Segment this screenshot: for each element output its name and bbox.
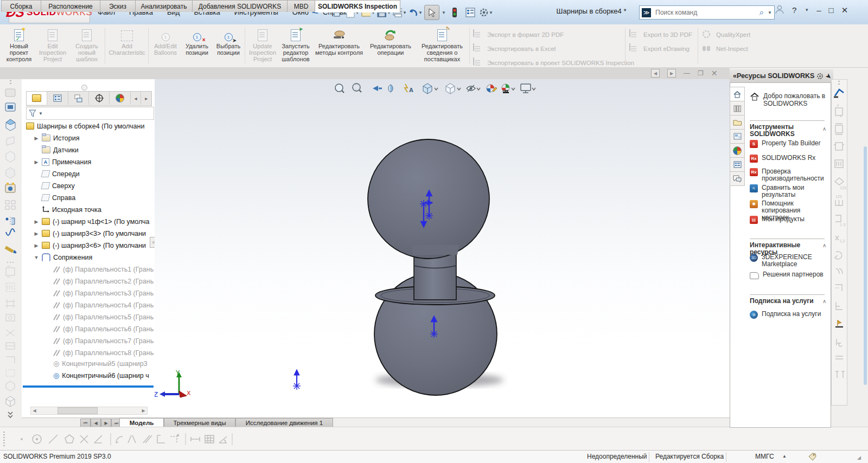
tree-item-part-3[interactable]: ▶(-) шарнир3<6> (По умолчани — [34, 240, 154, 251]
tree-item-mate-parallel1[interactable]: (ф) Параллельность1 (Грань — [53, 263, 154, 275]
tab-featuremanager[interactable] — [27, 92, 47, 105]
dim-box-icon-9[interactable] — [6, 381, 15, 391]
tab-mbd[interactable]: MBD — [287, 0, 315, 12]
user-account-icon[interactable] — [775, 4, 784, 16]
viewport-restore-icon[interactable]: ❐ — [698, 69, 704, 77]
task-pane-gear-icon[interactable] — [816, 73, 824, 80]
tab-sketch[interactable]: Эскиз — [100, 0, 136, 12]
section-collapse-icon[interactable]: ∧ — [822, 126, 826, 132]
minimize-button[interactable]: – — [816, 5, 821, 15]
tab-design-library-icon[interactable] — [730, 101, 745, 115]
tab-appearances-icon[interactable] — [730, 144, 745, 158]
apply-scene-icon[interactable] — [502, 84, 509, 93]
tabs-scroll-right-icon[interactable]: ▸ — [141, 92, 151, 105]
tree-item-top-plane[interactable]: Сверху — [34, 180, 154, 191]
edit-vendor-info-button[interactable]: ✎ Редактировать сведения о поставщиках — [416, 27, 468, 66]
options-list-icon[interactable] — [463, 5, 477, 20]
section-view-icon[interactable] — [388, 85, 393, 92]
delete-balloons-button[interactable]: 1× Удалить позиции — [182, 27, 212, 66]
select-balloons-button[interactable]: 1➤ Выбрать позиции — [213, 27, 244, 66]
left-toolbar[interactable] — [0, 79, 22, 427]
tree-item-mate-parallel7[interactable]: (ф) Параллельность7 (Грань — [53, 335, 154, 346]
tree-item-front-plane[interactable]: Спереди — [34, 168, 154, 179]
tab-forum-icon[interactable] — [730, 172, 745, 186]
shaded-tool-icon[interactable] — [6, 168, 15, 178]
tab-configurationmanager[interactable] — [68, 92, 89, 105]
apply-scene-caret[interactable] — [512, 88, 515, 90]
dimension-toolbar-icons[interactable]: 123 123 1·3 1,2 — [832, 86, 846, 405]
panel-collapse-handle[interactable] — [81, 85, 87, 91]
collapse-chevrons-icon[interactable] — [8, 412, 12, 417]
tab-propertymanager[interactable] — [47, 92, 68, 105]
welcome-item[interactable]: Добро пожаловать в SOLIDWORKS — [750, 92, 828, 107]
pane-right-icon[interactable]: ▶ — [667, 69, 676, 78]
tab-evaluate[interactable]: Анализировать — [135, 0, 193, 12]
template-editor-button[interactable]: ➤ Запустить редактор шаблонов — [279, 27, 312, 66]
dimension-toolbar[interactable]: 123 123 1·3 1,2 — [831, 79, 847, 406]
view-orientation-icon[interactable] — [423, 83, 432, 94]
help-caret[interactable]: ▼ — [805, 8, 809, 12]
help-icon[interactable]: ? — [792, 5, 796, 15]
tree-item-annotations[interactable]: ▶AПримечания — [34, 156, 154, 168]
smart-dimension-icon[interactable] — [834, 89, 844, 97]
maximize-button[interactable]: □ — [829, 5, 834, 15]
tree-item-mate-concentric5[interactable]: ◎Концентричный5 (шарнир3 — [53, 358, 154, 369]
edit-inspection-methods-button[interactable]: Редактировать методы контроля — [313, 27, 365, 66]
tab-assembly[interactable]: Сборка — [1, 0, 41, 12]
zoom-fit-icon[interactable] — [335, 84, 344, 93]
item-solidworks-rx[interactable]: RxSOLIDWORKS Rx — [750, 155, 828, 163]
viewport-close-icon[interactable]: ✕ — [711, 69, 718, 78]
select-tool-icon[interactable] — [424, 5, 439, 20]
previous-view-icon[interactable] — [373, 86, 382, 91]
dim-box-icon-5[interactable] — [6, 330, 15, 336]
tree-item-part-2[interactable]: ▶(-) шарнир3<3> (По умолчани — [34, 228, 154, 239]
tab-solidworks-inspection[interactable]: SOLIDWORKS Inspection — [315, 0, 400, 12]
hide-show-caret[interactable] — [477, 88, 480, 90]
dim-box-icon-6[interactable] — [6, 343, 15, 349]
tab-dimxpertmanager[interactable] — [89, 92, 110, 105]
tree-item-mate-parallel5[interactable]: (ф) Параллельность5 (Грань — [53, 311, 154, 323]
status-units[interactable]: ММГС — [755, 453, 774, 460]
hidden-tool-icon[interactable] — [5, 89, 15, 97]
tree-item-right-plane[interactable]: Справа — [34, 192, 154, 203]
close-button[interactable]: ✕ — [841, 5, 848, 15]
tab-view-palette-icon[interactable] — [730, 130, 745, 144]
tab-custom-properties-icon[interactable] — [730, 158, 745, 172]
tree-item-sensors[interactable]: Датчики — [34, 144, 154, 156]
left-toolbar-icons[interactable] — [1, 87, 22, 423]
item-my-products[interactable]: ▤Мои продукты — [750, 216, 828, 224]
tree-horizontal-scrollbar[interactable]: ◀ ▶ — [30, 407, 148, 415]
tree-item-mate-parallel4[interactable]: (ф) Параллельность4 (Грань — [53, 299, 154, 311]
scroll-left-icon[interactable]: ◀ — [31, 408, 38, 413]
item-3dexperience-marketplace[interactable]: 3D3DEXPERIENCE Marketplace — [750, 254, 828, 268]
units-caret[interactable]: ▲ — [782, 454, 787, 459]
tree-item-mate-parallel3[interactable]: (ф) Параллельность3 (Грань — [53, 287, 154, 299]
tree-item-mate-parallel2[interactable]: (ф) Параллельность2 (Грань — [53, 275, 154, 287]
tab-resources-home-icon[interactable] — [730, 87, 745, 101]
edit-appearance-icon[interactable] — [487, 85, 497, 92]
dim-box-icon-1[interactable] — [6, 266, 15, 277]
item-performance-test[interactable]: RxПроверка производительности — [750, 168, 828, 182]
annotation-view-icon[interactable]: A — [405, 84, 413, 93]
tree-item-mate-parallel6[interactable]: (ф) Параллельность6 (Грань — [53, 323, 154, 335]
appearance-tool-icon[interactable] — [5, 183, 15, 192]
settings-gear-icon[interactable]: ▼ — [479, 5, 493, 20]
resize-grip[interactable]: ◢ — [857, 455, 861, 460]
tree-item-history[interactable]: ▶История — [34, 132, 154, 144]
edit-operations-button[interactable]: Редактировать операции — [366, 27, 415, 66]
select-tool-caret[interactable]: ▼ — [442, 10, 446, 15]
scroll-right-icon[interactable]: ▶ — [140, 408, 147, 413]
new-inspection-project-button[interactable]: ★✓ Новый проект контроля — [3, 27, 35, 66]
section-collapse-icon-2[interactable]: ∧ — [822, 242, 826, 248]
tree-root-assembly[interactable]: Шарниры в сборке4 (По умолчани — [26, 120, 154, 132]
mirror-tool-icon[interactable] — [6, 217, 15, 226]
dim-box-icon-8[interactable] — [6, 370, 15, 376]
view-orientation-caret[interactable] — [435, 88, 438, 90]
heads-up-view-toolbar[interactable]: A — [332, 81, 549, 95]
display-style-icon[interactable] — [446, 83, 455, 94]
view-settings-caret[interactable] — [532, 88, 535, 90]
hide-show-items-icon[interactable] — [467, 85, 475, 92]
filter-caret[interactable]: ▼ — [39, 111, 43, 116]
tree-item-mates[interactable]: ▼Сопряжения — [34, 252, 154, 263]
item-property-tab-builder[interactable]: SProperty Tab Builder — [750, 140, 828, 148]
